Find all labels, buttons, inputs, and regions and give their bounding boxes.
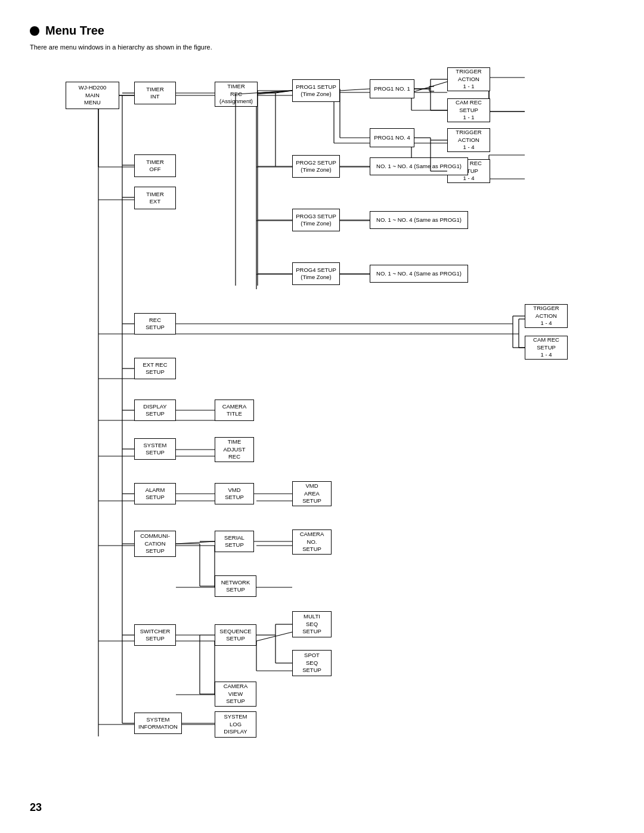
camera-title-node: CAMERATITLE (215, 400, 254, 421)
tree-diagram: WJ-HD200MAINMENU TIMERINT TIMEROFF TIMER… (30, 63, 602, 790)
prog3-setup-node: PROG3 SETUP(Time Zone) (292, 209, 340, 231)
system-information-node: SYSTEMINFORMATION (134, 713, 182, 734)
sequence-setup-node: SEQUENCESETUP (215, 624, 256, 646)
time-adjust-rec-node: TIMEADJUSTREC (215, 437, 254, 462)
prog2-setup-node: PROG2 SETUP(Time Zone) (292, 155, 340, 178)
system-setup-node: SYSTEMSETUP (134, 438, 176, 460)
trigger-action-11-node: TRIGGERACTION1 - 1 (447, 67, 490, 91)
bullet-icon (30, 26, 39, 36)
timer-off-node: TIMEROFF (134, 154, 176, 177)
timer-ext-node: TIMEREXT (134, 187, 176, 209)
page: Menu Tree There are menu windows in a hi… (0, 0, 644, 826)
camera-no-setup-node: CAMERANO.SETUP (292, 529, 332, 555)
system-log-display-node: SYSTEMLOGDISPLAY (215, 711, 256, 738)
prog1-setup-node: PROG1 SETUP(Time Zone) (292, 79, 340, 102)
subtitle: There are menu windows in a hierarchy as… (30, 44, 614, 51)
rec-setup-node: RECSETUP (134, 313, 176, 335)
vmd-area-setup-node: VMDAREASETUP (292, 481, 332, 506)
spot-seq-setup-node: SPOTSEQSETUP (292, 650, 332, 676)
vmd-setup-node: VMDSETUP (215, 483, 254, 504)
network-setup-node: NETWORKSETUP (215, 575, 256, 597)
svg-line-88 (340, 89, 370, 91)
prog4-same-node: NO. 1 ~ NO. 4 (Same as PROG1) (370, 265, 468, 283)
serial-setup-node: SERIALSETUP (215, 531, 254, 552)
prog1-no4-node: PROG1 NO. 4 (370, 128, 414, 147)
switcher-setup-node: SWITCHERSETUP (134, 624, 176, 646)
trigger-action-rec-node: TRIGGERACTION1 - 4 (525, 304, 568, 328)
multi-seq-setup-node: MULTISEQSETUP (292, 611, 332, 637)
cam-rec-setup-rec-node: CAM RECSETUP1 - 4 (525, 336, 568, 360)
page-number: 23 (30, 801, 42, 814)
cam-rec-setup-11-node: CAM RECSETUP1 - 1 (447, 98, 490, 122)
prog3-same-node: NO. 1 ~ NO. 4 (Same as PROG1) (370, 211, 468, 229)
communication-setup-node: COMMUNI-CATIONSETUP (134, 531, 176, 557)
svg-line-79 (258, 91, 292, 93)
main-menu-node: WJ-HD200MAINMENU (66, 82, 119, 109)
page-title: Menu Tree (30, 24, 614, 38)
svg-line-78 (258, 91, 292, 94)
camera-view-setup-node: CAMERAVIEWSETUP (215, 682, 256, 707)
prog1-no1-node: PROG1 NO. 1 (370, 79, 414, 98)
trigger-action-14-node: TRIGGERACTION1 - 4 (447, 128, 490, 152)
timer-rec-node: TIMERREC(Assignment) (215, 82, 258, 107)
svg-line-55 (256, 632, 292, 641)
prog2-same-node: NO. 1 ~ NO. 4 (Same as PROG1) (370, 157, 468, 175)
timer-int-node: TIMERINT (134, 82, 176, 104)
alarm-setup-node: ALARMSETUP (134, 483, 176, 504)
svg-line-22 (411, 82, 447, 92)
prog4-setup-node: PROG4 SETUP(Time Zone) (292, 262, 340, 285)
svg-line-82 (275, 91, 292, 93)
ext-rec-setup-node: EXT RECSETUP (134, 358, 176, 379)
display-setup-node: DISPLAYSETUP (134, 400, 176, 421)
svg-line-110 (176, 541, 215, 544)
